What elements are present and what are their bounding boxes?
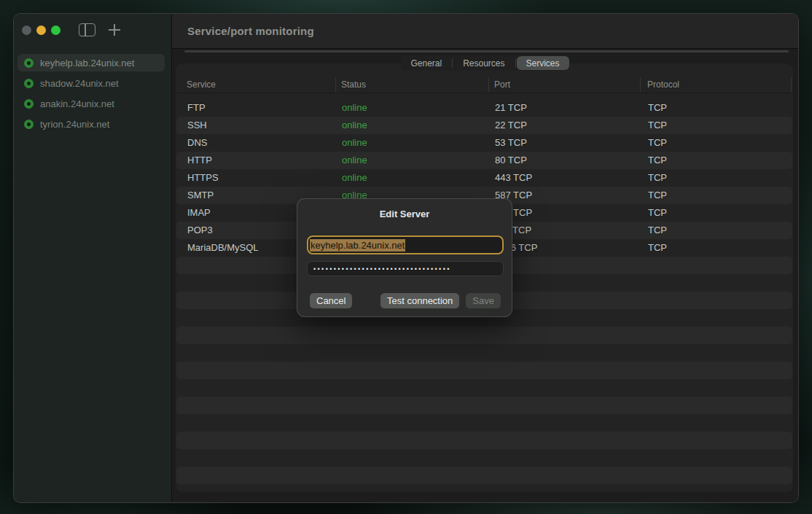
- cell-port: 443 TCP: [495, 169, 532, 187]
- cell-status: online: [342, 117, 367, 134]
- header-divider-bar: [184, 50, 789, 52]
- column-separator: [488, 77, 489, 92]
- test-connection-button[interactable]: Test connection: [380, 293, 459, 308]
- cell-service: SSH: [187, 117, 207, 134]
- table-row-empty: [176, 432, 792, 449]
- tab-services[interactable]: Services: [517, 56, 569, 70]
- cell-protocol: TCP: [648, 204, 667, 222]
- server-label: keyhelp.lab.24unix.net: [40, 58, 134, 69]
- content-titlebar: Service/port monitoring: [172, 14, 798, 49]
- cell-protocol: TCP: [648, 187, 667, 204]
- cell-service: HTTPS: [187, 169, 219, 187]
- sidebar-item-server[interactable]: shadow.24unix.net: [17, 74, 165, 92]
- server-status-icon: [24, 58, 34, 68]
- minimize-button[interactable]: [36, 26, 46, 35]
- dialog-title: Edit Server: [297, 209, 512, 219]
- page-title: Service/port monitoring: [187, 25, 314, 37]
- cell-service: SMTP: [187, 187, 214, 204]
- cell-service: DNS: [187, 134, 207, 152]
- cell-status: online: [342, 152, 367, 169]
- table-row[interactable]: FTP online 21 TCP TCP: [176, 99, 792, 117]
- cell-protocol: TCP: [648, 152, 667, 169]
- sidebar-toggle-icon[interactable]: [79, 23, 95, 36]
- server-label: anakin.24unix.net: [40, 98, 114, 109]
- column-separator: [640, 77, 641, 92]
- column-header-port[interactable]: Port: [494, 77, 510, 93]
- table-row-empty: [176, 344, 792, 362]
- cell-port: 53 TCP: [495, 134, 527, 152]
- sidebar-item-server[interactable]: tyrion.24unix.net: [17, 115, 165, 133]
- server-status-icon: [24, 79, 34, 88]
- server-status-icon: [24, 120, 34, 129]
- cell-port: 80 TCP: [495, 152, 527, 169]
- table-row-empty: [176, 414, 792, 432]
- cell-protocol: TCP: [648, 99, 667, 117]
- cell-status: online: [342, 134, 367, 152]
- cell-status: online: [342, 99, 367, 117]
- add-server-button[interactable]: [108, 23, 121, 36]
- cell-service: MariaDB/MySQL: [187, 239, 259, 257]
- column-header-protocol[interactable]: Protocol: [647, 77, 679, 93]
- cell-port: 22 TCP: [495, 117, 527, 134]
- column-separator: [335, 77, 336, 92]
- zoom-button[interactable]: [51, 26, 60, 35]
- close-button[interactable]: [22, 26, 31, 35]
- server-list: keyhelp.lab.24unix.net shadow.24unix.net…: [17, 54, 165, 133]
- cell-service: FTP: [187, 99, 206, 117]
- server-address-input[interactable]: keyhelp.lab.24unix.net: [307, 235, 504, 254]
- table-row[interactable]: DNS online 53 TCP TCP: [176, 134, 792, 152]
- window-controls: [22, 26, 60, 35]
- table-row[interactable]: HTTP online 80 TCP TCP: [176, 152, 792, 169]
- table-row[interactable]: HTTPS online 443 TCP TCP: [176, 169, 792, 187]
- column-separator: [791, 77, 792, 92]
- cell-service: IMAP: [187, 204, 211, 222]
- cell-service: POP3: [187, 222, 213, 239]
- table-row-empty: [176, 327, 792, 344]
- cell-protocol: TCP: [648, 134, 667, 152]
- password-input[interactable]: ••••••••••••••••••••••••••••••••••: [307, 261, 504, 276]
- column-header-service[interactable]: Service: [187, 77, 216, 93]
- tab-separator: [515, 58, 516, 68]
- column-header-status[interactable]: Status: [341, 77, 366, 93]
- tab-segmented-control: General Resources Services: [400, 55, 569, 71]
- selected-text: keyhelp.lab.24unix.net: [310, 239, 405, 252]
- save-button[interactable]: Save: [466, 293, 501, 308]
- server-label: tyrion.24unix.net: [40, 119, 109, 130]
- cell-protocol: TCP: [648, 222, 667, 239]
- table-row[interactable]: SSH online 22 TCP TCP: [176, 117, 792, 134]
- cancel-button[interactable]: Cancel: [310, 293, 352, 308]
- table-row-empty: [176, 467, 792, 484]
- cell-service: HTTP: [187, 152, 212, 169]
- cell-protocol: TCP: [648, 239, 667, 257]
- cell-protocol: TCP: [648, 117, 667, 134]
- cell-protocol: TCP: [648, 169, 667, 187]
- server-status-icon: [24, 99, 34, 109]
- cell-status: online: [342, 169, 367, 187]
- sidebar-item-server[interactable]: anakin.24unix.net: [17, 95, 165, 112]
- server-label: shadow.24unix.net: [40, 78, 119, 89]
- table-row-empty: [176, 362, 792, 379]
- tab-general[interactable]: General: [400, 55, 452, 71]
- tab-resources[interactable]: Resources: [453, 55, 515, 71]
- table-row-empty: [176, 379, 792, 397]
- table-row-empty: [176, 397, 792, 414]
- sidebar: keyhelp.lab.24unix.net shadow.24unix.net…: [14, 14, 172, 502]
- cell-port: 21 TCP: [495, 99, 527, 117]
- sidebar-item-server[interactable]: keyhelp.lab.24unix.net: [17, 54, 165, 71]
- table-row-empty: [176, 449, 792, 467]
- edit-server-dialog: Edit Server keyhelp.lab.24unix.net •••••…: [297, 198, 512, 317]
